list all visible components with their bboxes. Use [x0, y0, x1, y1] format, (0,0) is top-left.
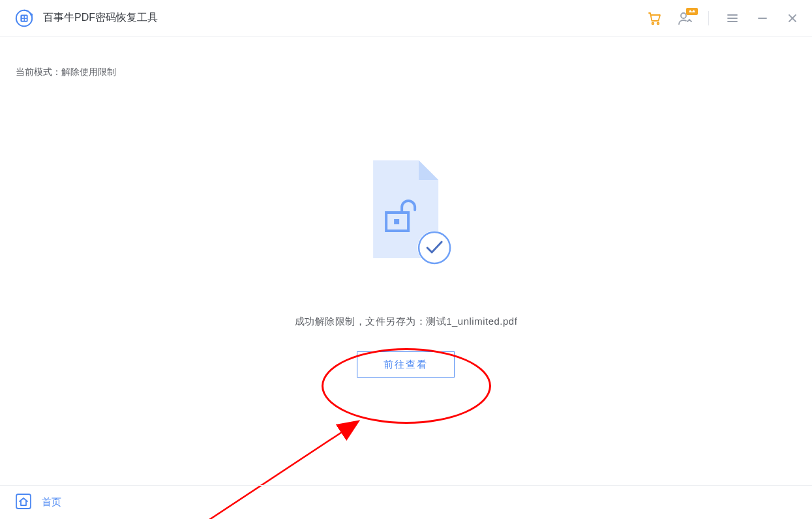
svg-rect-5	[25, 18, 27, 20]
vip-badge-icon	[686, 8, 698, 15]
svg-point-6	[30, 13, 33, 16]
minimize-icon[interactable]	[755, 10, 770, 26]
mode-line: 当前模式：解除使用限制	[16, 67, 116, 78]
title-left: 百事牛PDF密码恢复工具	[14, 8, 158, 28]
success-document-icon	[353, 154, 458, 274]
svg-point-9	[681, 13, 686, 18]
result-panel: 成功解除限制，文件另存为：测试1_unlimited.pdf 前往查看	[295, 154, 518, 378]
account-icon[interactable]	[677, 10, 693, 26]
svg-point-18	[417, 231, 451, 265]
svg-rect-21	[16, 494, 31, 509]
close-icon[interactable]	[785, 10, 800, 26]
mode-value: 解除使用限制	[61, 67, 116, 77]
main-content: 当前模式：解除使用限制	[0, 37, 812, 485]
svg-point-7	[652, 22, 654, 24]
title-right	[647, 10, 800, 26]
svg-rect-3	[25, 16, 27, 18]
title-bar: 百事牛PDF密码恢复工具	[0, 0, 812, 37]
svg-rect-2	[22, 16, 24, 18]
menu-icon[interactable]	[725, 10, 740, 26]
result-message: 成功解除限制，文件另存为：测试1_unlimited.pdf	[295, 316, 518, 328]
view-file-button-label: 前往查看	[383, 359, 428, 371]
view-file-button[interactable]: 前往查看	[357, 351, 455, 378]
divider	[708, 11, 709, 25]
svg-point-8	[657, 22, 659, 24]
result-filename: 测试1_unlimited.pdf	[426, 316, 517, 327]
footer-bar: 首页	[0, 485, 812, 519]
app-logo-icon	[14, 8, 34, 28]
svg-rect-4	[22, 18, 24, 20]
svg-rect-17	[394, 219, 399, 224]
app-title: 百事牛PDF密码恢复工具	[43, 11, 158, 25]
mode-label: 当前模式：	[16, 67, 61, 77]
home-link[interactable]: 首页	[42, 496, 61, 509]
cart-icon[interactable]	[647, 10, 663, 26]
svg-rect-1	[20, 14, 27, 22]
home-icon[interactable]	[14, 492, 33, 513]
result-prefix: 成功解除限制，文件另存为：	[295, 316, 427, 327]
